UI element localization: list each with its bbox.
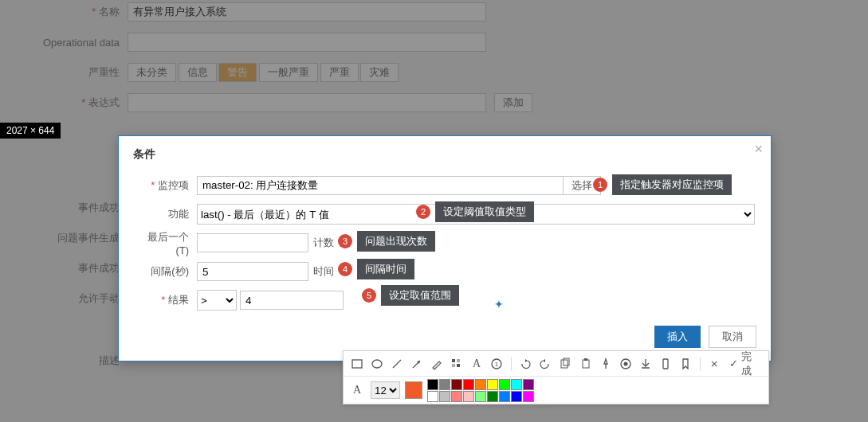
color-swatch[interactable] (487, 391, 498, 402)
color-swatch[interactable] (463, 379, 474, 390)
result-input[interactable] (240, 291, 344, 310)
svg-rect-14 (564, 358, 569, 365)
color-swatch[interactable] (475, 391, 486, 402)
ellipse-icon[interactable] (368, 355, 385, 373)
close-icon[interactable]: × (706, 355, 723, 373)
severity-option[interactable]: 信息 (179, 63, 217, 82)
record-icon[interactable] (617, 355, 634, 373)
done-label: 完成 (741, 350, 760, 378)
last-after: 计数 (313, 236, 334, 250)
color-swatch[interactable] (523, 391, 534, 402)
result-label: 结果 (133, 293, 197, 307)
number-icon[interactable]: 1 (489, 355, 505, 373)
badge-number: 1 (593, 178, 607, 192)
op-select[interactable]: > (197, 290, 237, 311)
last-label: 最后一个 (T) (133, 230, 197, 256)
done-button[interactable]: ✓ 完成 (726, 350, 764, 378)
opdata-label: Operational data (0, 37, 128, 49)
side-label: 描述 (0, 354, 128, 368)
svg-rect-8 (457, 364, 460, 367)
opdata-input[interactable] (128, 33, 486, 52)
annotation-1: 1 指定触发器对应监控项 (593, 174, 732, 195)
svg-line-2 (393, 360, 401, 368)
annotation-2: 2 设定阈值取值类型 (416, 201, 534, 222)
color-swatch[interactable] (475, 379, 486, 390)
side-label: 事件成功 (0, 261, 128, 275)
redo-icon[interactable] (537, 355, 554, 373)
func-label: 功能 (133, 207, 197, 221)
color-swatch[interactable] (439, 391, 450, 402)
side-label: 允许手动 (0, 291, 128, 306)
modal-title: 条件 (133, 147, 756, 162)
insert-button[interactable]: 插入 (654, 326, 701, 348)
color-swatch[interactable] (511, 379, 522, 390)
color-swatch[interactable] (511, 391, 522, 402)
severity-option[interactable]: 严重 (320, 63, 359, 82)
interval-input[interactable] (197, 262, 308, 281)
severity-option[interactable]: 一般严重 (259, 63, 318, 82)
name-label: 名称 (0, 5, 128, 19)
dimension-tag: 2027 × 644 (0, 123, 61, 139)
color-swatch[interactable] (427, 379, 438, 390)
annotation-text: 设定取值范围 (381, 285, 459, 306)
side-label: 事件成功 (0, 201, 128, 215)
paste-icon[interactable] (577, 355, 594, 373)
phone-icon[interactable] (657, 355, 674, 373)
bookmark-icon[interactable] (677, 355, 693, 373)
svg-rect-5 (452, 359, 455, 362)
color-swatch[interactable] (451, 379, 462, 390)
check-icon: ✓ (729, 358, 738, 369)
color-swatch[interactable] (451, 391, 462, 402)
cancel-button[interactable]: 取消 (709, 326, 756, 348)
color-swatch[interactable] (499, 391, 510, 402)
last-input[interactable] (197, 233, 308, 252)
close-icon[interactable]: × (754, 141, 763, 158)
download-icon[interactable] (637, 355, 654, 373)
undo-icon[interactable] (517, 355, 534, 373)
badge-number: 4 (338, 262, 352, 276)
arrow-icon[interactable] (408, 355, 425, 373)
badge-number: 2 (416, 205, 430, 219)
color-swatch[interactable] (487, 379, 498, 390)
add-button[interactable]: 添加 (494, 93, 532, 112)
editor-toolbar: A 1 × ✓ 完成 A 12 (343, 350, 769, 404)
interval-label: 间隔(秒) (133, 264, 197, 279)
expr-input[interactable] (128, 93, 486, 112)
svg-rect-6 (457, 359, 460, 362)
rect-icon[interactable] (348, 355, 365, 373)
svg-marker-12 (543, 359, 545, 362)
svg-rect-16 (584, 358, 587, 361)
copy-icon[interactable] (557, 355, 574, 373)
color-swatch[interactable] (499, 379, 510, 390)
severity-label: 严重性 (0, 65, 128, 80)
pencil-icon[interactable] (428, 355, 445, 373)
text-icon[interactable]: A (469, 355, 485, 373)
severity-option[interactable]: 未分类 (128, 63, 176, 82)
pin-icon[interactable] (597, 355, 614, 373)
annotation-5: 5 设定取值范围 (362, 285, 459, 306)
main-color-swatch[interactable] (405, 381, 422, 399)
line-icon[interactable] (388, 355, 405, 373)
color-swatch[interactable] (427, 391, 438, 402)
color-swatch[interactable] (439, 379, 450, 390)
svg-rect-7 (452, 364, 455, 367)
annotation-text: 指定触发器对应监控项 (612, 174, 732, 195)
severity-option[interactable]: 警告 (218, 63, 257, 82)
severity-option[interactable]: 灾难 (360, 63, 399, 82)
severity-group: 未分类 信息 警告 一般严重 严重 灾难 (128, 63, 398, 82)
monitor-input[interactable] (197, 176, 564, 195)
name-input[interactable] (128, 2, 486, 21)
separator (511, 357, 512, 371)
mosaic-icon[interactable] (448, 355, 465, 373)
badge-number: 5 (362, 288, 376, 303)
interval-after: 时间 (313, 264, 334, 279)
color-swatch[interactable] (523, 379, 534, 390)
background-form: 名称 Operational data 严重性 未分类 信息 警告 一般严重 严… (0, 0, 868, 121)
toolbar-row-shapes: A 1 × ✓ 完成 (344, 351, 768, 377)
fontsize-select[interactable]: 12 (371, 381, 400, 399)
font-icon[interactable]: A (348, 381, 366, 399)
annotation-text: 问题出现次数 (357, 231, 435, 252)
svg-point-1 (372, 360, 382, 368)
toolbar-row-style: A 12 (344, 377, 768, 404)
color-swatch[interactable] (463, 391, 474, 402)
